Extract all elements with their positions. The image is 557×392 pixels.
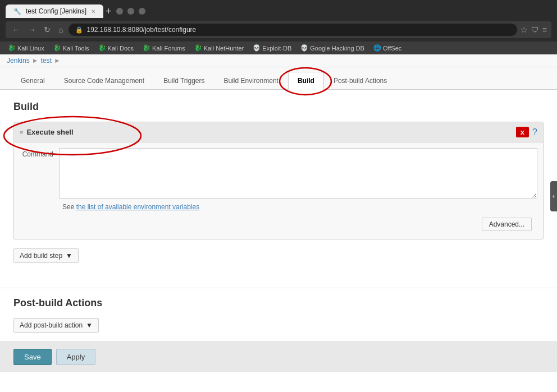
bookmark-kali-tools[interactable]: 🐉 Kali Tools	[50, 43, 93, 53]
tab-title: test Config [Jenkins]	[26, 7, 86, 15]
breadcrumb-test[interactable]: test	[41, 57, 52, 64]
advanced-button[interactable]: Advanced...	[482, 218, 532, 231]
browser-tab-active[interactable]: 🔧 test Config [Jenkins] ✕	[6, 4, 103, 18]
build-section: Build ≡ Execute shell x ? Command	[0, 90, 557, 288]
breadcrumb-sep-1: ►	[32, 57, 39, 64]
tab-general[interactable]: General	[11, 72, 54, 89]
bookmark-kali-linux[interactable]: 🐉 Kali Linux	[4, 43, 48, 53]
post-build-section-title: Post-build Actions	[13, 297, 544, 309]
tab-post-build-actions[interactable]: Post-build Actions	[324, 72, 396, 89]
command-row: Command	[20, 148, 537, 199]
tab-build-environment[interactable]: Build Environment	[214, 72, 288, 89]
save-button[interactable]: Save	[13, 349, 52, 365]
env-vars-link[interactable]: the list of available environment variab…	[76, 203, 199, 211]
advanced-row: Advanced...	[20, 215, 537, 233]
bookmark-kali-nethunter[interactable]: 🐉 Kali NetHunter	[191, 43, 248, 53]
add-post-build-label: Add post-build action	[20, 321, 83, 329]
add-post-build-action-button[interactable]: Add post-build action ▼	[13, 318, 99, 333]
bookmark-google-hacking-db[interactable]: 💀 Google Hacking DB	[297, 43, 368, 53]
exploit-db-icon: 💀	[253, 44, 261, 52]
execute-shell-header: ≡ Execute shell x ?	[14, 122, 543, 142]
new-tab-button[interactable]: +	[106, 6, 112, 17]
bookmark-exploit-db[interactable]: 💀 Exploit-DB	[249, 43, 295, 53]
execute-shell-title: ≡ Execute shell	[20, 128, 74, 136]
back-button[interactable]: ←	[10, 24, 22, 35]
kali-docs-icon: 🐉	[98, 44, 106, 52]
bookmark-star-icon[interactable]: ☆	[521, 25, 528, 34]
google-hacking-icon: 💀	[300, 44, 308, 52]
env-vars-text: See	[62, 203, 76, 211]
config-tabs: General Source Code Management Build Tri…	[0, 67, 557, 90]
bookmark-offsec[interactable]: 🌐 OffSec	[370, 43, 405, 53]
build-section-title: Build	[13, 101, 544, 113]
tab-build[interactable]: Build	[288, 72, 324, 90]
browser-chrome: 🔧 test Config [Jenkins] ✕ + ← → ↻ ⌂ 🔒 ☆ …	[0, 0, 557, 41]
drag-handle-icon: ≡	[20, 129, 23, 136]
wc-minimize	[116, 8, 123, 15]
dropdown-arrow-icon: ▼	[66, 252, 72, 260]
apply-button[interactable]: Apply	[56, 349, 96, 365]
post-build-dropdown-icon: ▼	[86, 321, 93, 329]
menu-icon[interactable]: ≡	[542, 25, 547, 34]
bookmark-kali-docs[interactable]: 🐉 Kali Docs	[95, 43, 137, 53]
window-controls	[116, 8, 145, 15]
close-tab-icon[interactable]: ✕	[91, 8, 95, 15]
bookmark-kali-forums[interactable]: 🐉 Kali Forums	[139, 43, 189, 53]
wc-close	[139, 8, 145, 15]
breadcrumb: Jenkins ► test ►	[0, 54, 557, 67]
env-vars-link-row: See the list of available environment va…	[62, 203, 537, 211]
lock-icon: 🔒	[75, 26, 83, 34]
kali-forums-icon: 🐉	[143, 44, 150, 52]
address-bar-wrap: 🔒	[69, 24, 517, 36]
forward-button[interactable]: →	[26, 24, 38, 35]
delete-execute-shell-button[interactable]: x	[516, 127, 529, 137]
execute-shell-label: Execute shell	[26, 128, 73, 136]
favicon-icon: 🔧	[13, 8, 21, 15]
tab-bar: 🔧 test Config [Jenkins] ✕ +	[6, 4, 551, 18]
right-sidebar-handle[interactable]: ‹	[550, 181, 557, 211]
command-textarea[interactable]	[59, 148, 537, 199]
home-button[interactable]: ⌂	[56, 24, 65, 35]
main-content: General Source Code Management Build Tri…	[0, 67, 557, 392]
add-build-step-label: Add build step	[20, 252, 62, 260]
browser-controls: ← → ↻ ⌂ 🔒 ☆ 🛡 ≡	[6, 21, 551, 38]
kali-tools-icon: 🐉	[53, 44, 61, 52]
tab-build-triggers[interactable]: Build Triggers	[154, 72, 214, 89]
command-label: Command	[20, 148, 53, 158]
offsec-icon: 🌐	[373, 44, 381, 52]
execute-shell-box: ≡ Execute shell x ? Command See the list…	[13, 122, 544, 239]
bookmarks-bar: 🐉 Kali Linux 🐉 Kali Tools 🐉 Kali Docs 🐉 …	[0, 41, 557, 54]
action-buttons: Save Apply	[0, 342, 557, 372]
add-build-step-wrap: Add build step ▼	[13, 248, 544, 263]
breadcrumb-sep-2: ►	[54, 57, 61, 64]
tab-source-code-management[interactable]: Source Code Management	[54, 72, 154, 89]
reload-button[interactable]: ↻	[42, 24, 53, 35]
address-bar[interactable]	[86, 26, 510, 34]
kali-linux-icon: 🐉	[8, 44, 16, 52]
kali-nethunter-icon: 🐉	[194, 44, 202, 52]
post-build-section: Post-build Actions Add post-build action…	[0, 288, 557, 342]
wc-maximize	[127, 8, 134, 15]
add-build-step-button[interactable]: Add build step ▼	[13, 248, 79, 263]
execute-shell-body: Command See the list of available enviro…	[14, 142, 543, 239]
breadcrumb-jenkins[interactable]: Jenkins	[7, 57, 30, 64]
help-execute-shell-button[interactable]: ?	[532, 127, 537, 137]
shield-icon[interactable]: 🛡	[531, 25, 539, 34]
